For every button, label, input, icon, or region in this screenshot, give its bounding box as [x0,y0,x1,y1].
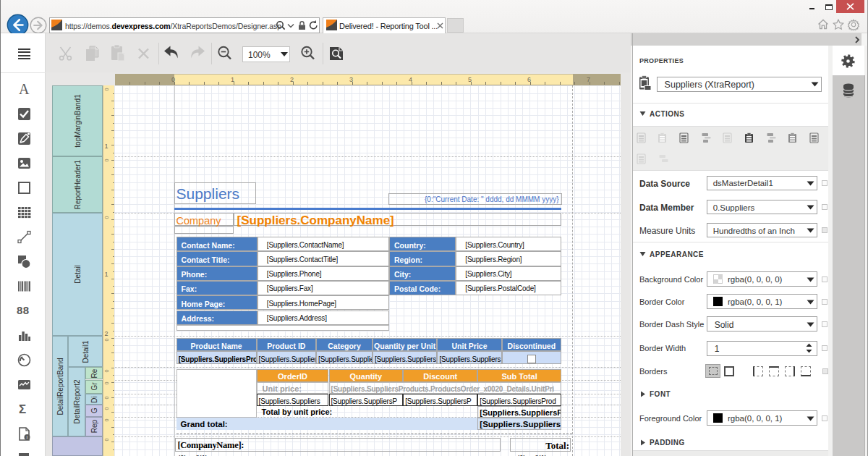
svg-text:i: i [27,434,28,439]
